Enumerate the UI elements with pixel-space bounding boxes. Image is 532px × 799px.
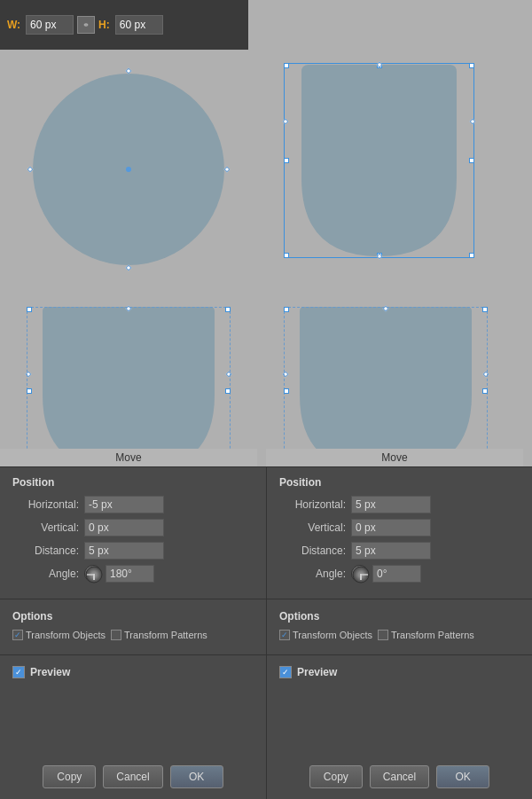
distance-label-right: Distance:	[279, 544, 346, 557]
move-label-left: Move	[0, 449, 257, 466]
distance-input-left[interactable]	[84, 542, 164, 560]
transform-objects-label-left: Transform Objects	[26, 630, 106, 640]
preview-cb-right[interactable]	[279, 666, 292, 678]
transform-objects-item-right: Transform Objects	[279, 630, 372, 640]
distance-label-left: Distance:	[12, 544, 79, 557]
horizontal-label-left: Horizontal:	[12, 498, 79, 511]
angle-input-right[interactable]	[372, 565, 421, 583]
handle-bl-tr[interactable]	[225, 307, 231, 312]
handle-bl-tl[interactable]	[27, 307, 32, 312]
transform-patterns-item-left: Transform Patterns	[111, 630, 207, 640]
button-row-right: Copy Cancel OK	[267, 765, 532, 788]
transform-patterns-cb-right[interactable]	[378, 630, 388, 640]
transform-objects-item-left: Transform Objects	[12, 630, 106, 640]
handle-tr[interactable]	[469, 63, 474, 68]
options-section-right: Options Transform Objects Transform Patt…	[267, 605, 532, 649]
handle-br-mr[interactable]	[482, 388, 488, 394]
divider2-left	[0, 654, 266, 655]
handle-tl[interactable]	[284, 63, 289, 68]
transform-patterns-label-right: Transform Patterns	[391, 630, 474, 640]
divider-left	[0, 599, 266, 599]
options-title-right: Options	[279, 610, 520, 623]
width-label: W:	[7, 19, 20, 31]
checkbox-row-left: Transform Objects Transform Patterns	[12, 630, 254, 640]
distance-row-right: Distance:	[279, 542, 520, 560]
handle-br-tl[interactable]	[284, 307, 289, 312]
transform-objects-cb-left[interactable]	[12, 630, 23, 640]
canvas-area: Move Move	[0, 50, 532, 466]
options-title-left: Options	[12, 610, 254, 623]
divider-right	[267, 599, 532, 599]
angle-input-left[interactable]	[106, 565, 154, 583]
copy-button-left[interactable]: Copy	[43, 765, 96, 788]
angle-dial-left[interactable]	[84, 565, 102, 583]
height-input[interactable]	[115, 15, 163, 35]
vertical-row-left: Vertical:	[12, 519, 254, 537]
distance-input-right[interactable]	[351, 542, 431, 560]
vertical-input-left[interactable]	[84, 519, 164, 537]
horizontal-input-right[interactable]	[351, 496, 431, 513]
ok-button-right[interactable]: OK	[436, 765, 489, 788]
position-title-left: Position	[12, 476, 254, 489]
handle-br-tr[interactable]	[482, 307, 488, 312]
move-label-right: Move	[266, 449, 523, 466]
checkbox-row-right: Transform Objects Transform Patterns	[279, 630, 520, 640]
angle-row-right: Angle:	[279, 565, 520, 583]
horizontal-row-left: Horizontal:	[12, 496, 254, 513]
transform-patterns-cb-left[interactable]	[111, 630, 121, 640]
panel-right: Position Horizontal: Vertical: Distance:…	[266, 466, 532, 799]
toolbar: W: H:	[0, 0, 248, 50]
horizontal-input-left[interactable]	[84, 496, 164, 513]
handle-ml[interactable]	[284, 158, 289, 163]
distance-row-left: Distance:	[12, 542, 254, 560]
angle-dial-right[interactable]	[351, 565, 369, 583]
ok-button-left[interactable]: OK	[170, 765, 223, 788]
handle-bl-mr[interactable]	[225, 388, 231, 394]
preview-row-left: Preview	[0, 661, 266, 684]
divider2-right	[267, 654, 532, 655]
shape-circle	[27, 67, 231, 271]
vertical-label-right: Vertical:	[279, 521, 346, 534]
link-icon[interactable]	[77, 16, 95, 34]
preview-label-left: Preview	[30, 666, 70, 678]
transform-patterns-label-left: Transform Patterns	[124, 630, 207, 640]
position-section-left: Position Horizontal: Vertical: Distance:…	[0, 467, 266, 593]
position-title-right: Position	[279, 476, 520, 489]
horizontal-row-right: Horizontal:	[279, 496, 520, 513]
cancel-button-left[interactable]: Cancel	[103, 765, 162, 788]
horizontal-label-right: Horizontal:	[279, 498, 346, 511]
shape-top-right	[284, 63, 474, 258]
preview-cb-left[interactable]	[12, 666, 25, 678]
angle-label-right: Angle:	[279, 568, 346, 580]
cancel-button-right[interactable]: Cancel	[370, 765, 429, 788]
panels: Position Horizontal: Vertical: Distance:…	[0, 466, 532, 799]
vertical-row-right: Vertical:	[279, 519, 520, 537]
height-label: H:	[98, 19, 110, 31]
angle-label-left: Angle:	[12, 568, 79, 580]
position-section-right: Position Horizontal: Vertical: Distance:…	[267, 467, 532, 593]
vertical-input-right[interactable]	[351, 519, 431, 537]
anchor-bottom2	[376, 253, 382, 259]
angle-row-left: Angle:	[12, 565, 254, 583]
width-input[interactable]	[26, 15, 74, 35]
preview-label-right: Preview	[297, 666, 337, 678]
button-row-left: Copy Cancel OK	[0, 765, 266, 788]
vertical-label-left: Vertical:	[12, 521, 79, 534]
handle-bl-ml[interactable]	[27, 388, 32, 394]
copy-button-right[interactable]: Copy	[309, 765, 363, 788]
options-section-left: Options Transform Objects Transform Patt…	[0, 605, 266, 649]
transform-objects-label-right: Transform Objects	[293, 630, 372, 640]
handle-bl[interactable]	[284, 253, 289, 258]
transform-objects-cb-right[interactable]	[279, 630, 290, 640]
handle-br[interactable]	[469, 253, 474, 258]
preview-row-right: Preview	[267, 661, 532, 684]
center-dot	[126, 167, 131, 172]
handle-mr[interactable]	[469, 158, 474, 163]
panel-left: Position Horizontal: Vertical: Distance:…	[0, 466, 266, 799]
handle-br-ml[interactable]	[284, 388, 289, 394]
transform-patterns-item-right: Transform Patterns	[378, 630, 474, 640]
